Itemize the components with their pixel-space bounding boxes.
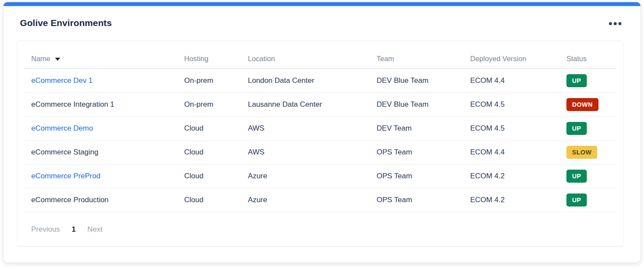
hosting-cell: Cloud [178, 164, 241, 188]
deployed-version-cell: ECOM 4.5 [464, 116, 560, 140]
dot-icon [618, 22, 621, 25]
sort-descending-icon [55, 58, 60, 61]
location-cell: Azure [241, 188, 370, 212]
location-cell: Azure [241, 164, 370, 188]
environment-link[interactable]: eCommerce Demo [25, 116, 178, 140]
golive-environments-gadget: Golive Environments Name [3, 2, 641, 263]
deployed-version-cell: ECOM 4.5 [464, 92, 560, 116]
environment-name: eCommerce Integration 1 [25, 92, 178, 116]
team-cell: DEV Team [370, 116, 464, 140]
environment-link[interactable]: eCommerce PreProd [25, 164, 178, 188]
hosting-cell: Cloud [178, 188, 241, 212]
table-row: eCommerce Staging Cloud AWS OPS Team ECO… [25, 140, 616, 164]
team-cell: DEV Blue Team [370, 69, 464, 92]
location-cell: AWS [241, 116, 370, 140]
hosting-cell: Cloud [178, 116, 241, 140]
column-header-deployed-version[interactable]: Deployed Version [464, 50, 560, 69]
column-header-status[interactable]: Status [560, 50, 616, 69]
next-page-button[interactable]: Next [88, 225, 103, 234]
page-title: Golive Environments [20, 18, 112, 28]
column-header-team[interactable]: Team [370, 50, 464, 69]
team-cell: OPS Team [370, 188, 464, 212]
hosting-cell: On-prem [178, 92, 241, 116]
deployed-version-cell: ECOM 4.2 [464, 164, 560, 188]
deployed-version-cell: ECOM 4.4 [464, 140, 560, 164]
column-header-name[interactable]: Name [25, 50, 178, 69]
table-row: eCommerce PreProd Cloud Azure OPS Team E… [25, 164, 616, 188]
hosting-cell: On-prem [178, 69, 241, 92]
status-badge: UP [566, 122, 587, 135]
environments-table-panel: Name Hosting Location Team Deployed Vers… [17, 40, 624, 247]
pagination: Previous 1 Next [25, 212, 616, 234]
environment-link[interactable]: eCommerce Dev 1 [25, 69, 178, 92]
table-row: eCommerce Integration 1 On-prem Lausanne… [25, 92, 616, 116]
table-row: eCommerce Production Cloud Azure OPS Tea… [25, 188, 616, 212]
status-badge: UP [566, 194, 587, 207]
table-row: eCommerce Dev 1 On-prem London Data Cent… [25, 69, 616, 92]
status-badge: SLOW [566, 146, 597, 159]
hosting-cell: Cloud [178, 140, 241, 164]
column-header-location[interactable]: Location [241, 50, 370, 69]
gadget-accent-bar [3, 2, 641, 6]
team-cell: OPS Team [370, 164, 464, 188]
column-header-label: Name [31, 55, 50, 63]
location-cell: Lausanne Data Center [241, 92, 370, 116]
dot-icon [609, 22, 612, 25]
environment-name: eCommerce Production [25, 188, 178, 212]
environment-name: eCommerce Staging [25, 140, 178, 164]
environments-table: Name Hosting Location Team Deployed Vers… [25, 50, 616, 212]
team-cell: DEV Blue Team [370, 92, 464, 116]
previous-page-button[interactable]: Previous [31, 225, 60, 234]
team-cell: OPS Team [370, 140, 464, 164]
status-badge: UP [566, 170, 587, 183]
status-badge: DOWN [566, 98, 598, 111]
dot-icon [614, 22, 617, 25]
ellipsis-menu-icon[interactable] [607, 18, 623, 30]
deployed-version-cell: ECOM 4.2 [464, 188, 560, 212]
status-badge: UP [566, 74, 587, 87]
table-header-row: Name Hosting Location Team Deployed Vers… [25, 50, 616, 69]
location-cell: London Data Center [241, 69, 370, 92]
gadget-header: Golive Environments [3, 6, 641, 30]
column-header-hosting[interactable]: Hosting [178, 50, 241, 69]
table-row: eCommerce Demo Cloud AWS DEV Team ECOM 4… [25, 116, 616, 140]
location-cell: AWS [241, 140, 370, 164]
page-number-1[interactable]: 1 [72, 225, 75, 234]
deployed-version-cell: ECOM 4.4 [464, 69, 560, 92]
